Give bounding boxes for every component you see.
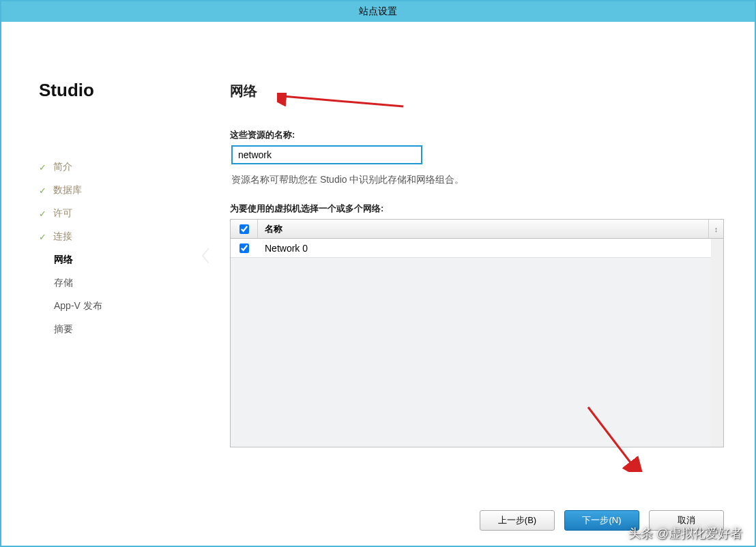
brand-title: Studio: [39, 80, 206, 101]
step-label: 简介: [53, 161, 72, 173]
network-table: 名称 ↕ Network 0: [230, 219, 724, 447]
check-icon: ✓: [39, 162, 46, 173]
page-heading: 网络: [230, 82, 724, 100]
helper-text: 资源名称可帮助您在 Studio 中识别此存储和网络组合。: [231, 174, 724, 186]
step-connection[interactable]: ✓ 连接: [39, 225, 206, 248]
network-select-label: 为要使用的虚拟机选择一个或多个网络:: [230, 203, 724, 215]
table-header-row: 名称 ↕: [231, 220, 723, 239]
content-area: Studio ✓ 简介 ✓ 数据库 ✓ 许可 ✓ 连接: [1, 22, 755, 546]
step-label: 许可: [53, 207, 72, 220]
step-label: 网络: [54, 254, 73, 266]
step-label: 摘要: [54, 323, 73, 336]
sidebar: Studio ✓ 简介 ✓ 数据库 ✓ 许可 ✓ 连接: [1, 22, 206, 546]
vertical-scrollbar[interactable]: [711, 239, 723, 447]
step-storage[interactable]: 存储: [39, 271, 206, 295]
step-database[interactable]: ✓ 数据库: [39, 179, 206, 202]
row-check-cell: [231, 239, 258, 257]
step-label: 数据库: [53, 184, 82, 196]
select-all-checkbox[interactable]: [239, 224, 249, 234]
step-intro[interactable]: ✓ 简介: [39, 156, 206, 179]
table-body: Network 0: [231, 239, 723, 447]
step-appv[interactable]: App-V 发布: [39, 295, 206, 318]
row-name-cell: Network 0: [258, 243, 723, 254]
back-button[interactable]: 上一步(B): [480, 510, 555, 531]
step-license[interactable]: ✓ 许可: [39, 202, 206, 225]
step-label: 连接: [53, 231, 72, 243]
main-panel: 网络 这些资源的名称: 资源名称可帮助您在 Studio 中识别此存储和网络组合…: [206, 22, 755, 546]
cancel-button[interactable]: 取消: [649, 510, 724, 531]
wizard-steps: ✓ 简介 ✓ 数据库 ✓ 许可 ✓ 连接 网络: [39, 156, 206, 341]
next-button[interactable]: 下一步(N): [564, 510, 639, 531]
window-title: 站点设置: [359, 5, 397, 18]
check-icon: ✓: [39, 186, 46, 196]
check-icon: ✓: [39, 232, 46, 242]
name-field-label: 这些资源的名称:: [230, 129, 724, 141]
name-column-header[interactable]: 名称: [258, 220, 708, 238]
step-label: 存储: [54, 277, 73, 289]
window-titlebar: 站点设置: [1, 1, 755, 22]
table-row[interactable]: Network 0: [231, 239, 723, 258]
dialog-window: 站点设置 Studio ✓ 简介 ✓ 数据库 ✓ 许可 ✓: [0, 0, 756, 547]
select-all-column: [231, 220, 258, 238]
resource-name-input[interactable]: [231, 145, 422, 164]
wizard-buttons: 上一步(B) 下一步(N) 取消: [480, 510, 724, 531]
step-summary[interactable]: 摘要: [39, 318, 206, 341]
step-network[interactable]: 网络: [39, 248, 206, 271]
row-checkbox[interactable]: [239, 243, 249, 253]
step-label: App-V 发布: [54, 300, 102, 312]
scroll-indicator-icon: ↕: [708, 220, 723, 238]
check-icon: ✓: [39, 209, 46, 219]
